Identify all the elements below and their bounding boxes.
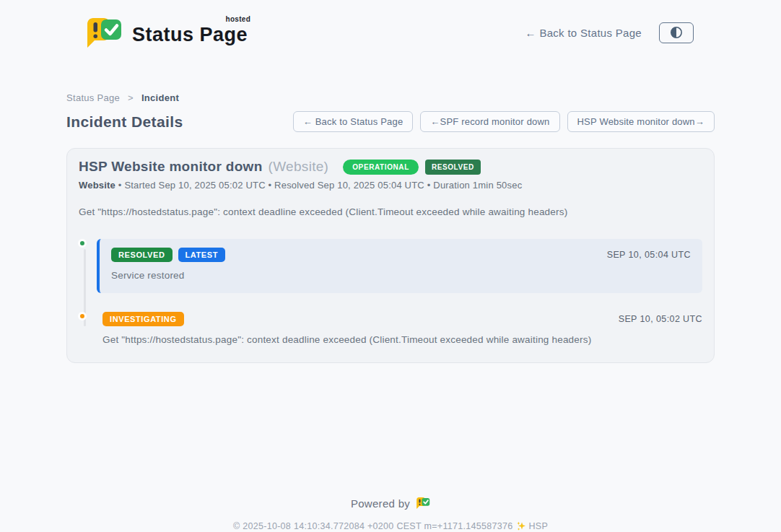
half-circle-icon	[670, 26, 683, 39]
main-content: Status Page > Incident Incident Details …	[66, 92, 715, 363]
operational-badge: OPERATIONAL	[343, 160, 419, 175]
incident-nav-buttons: ← Back to Status Page←SPF record monitor…	[293, 111, 715, 132]
header: hosted Status Page ← Back to Status Page	[0, 0, 781, 55]
incident-meta-details: • Started Sep 10, 2025 05:02 UTC • Resol…	[115, 180, 522, 191]
copyright-brand: HSP	[529, 521, 549, 531]
timeline-item-content: RESOLVEDLATEST SEP 10, 05:04 UTC Service…	[97, 239, 702, 293]
footer-logo-icon	[416, 497, 430, 510]
breadcrumb-incident: Incident	[141, 92, 179, 103]
sparkles-icon	[516, 521, 526, 531]
incident-description: Get "https://hostedstatus.page": context…	[79, 206, 702, 217]
investigating-badge: INVESTIGATING	[102, 312, 184, 326]
incident-status-badges: OPERATIONALRESOLVED	[343, 160, 481, 175]
next-incident-button[interactable]: HSP Website monitor down→	[567, 111, 715, 132]
status-page-logo-icon	[85, 17, 123, 49]
timeline-item-header: RESOLVEDLATEST SEP 10, 05:04 UTC	[111, 248, 691, 262]
timeline-message: Service restored	[111, 270, 691, 281]
breadcrumb-separator: >	[128, 92, 134, 103]
powered-by-label: Powered by	[351, 497, 410, 510]
copyright-text: © 2025-10-08 14:10:34.772084 +0200 CEST …	[233, 521, 513, 531]
incident-meta-component: Website	[79, 180, 115, 191]
incident-meta: Website • Started Sep 10, 2025 05:02 UTC…	[79, 180, 702, 191]
timeline-badges: INVESTIGATING	[102, 312, 184, 326]
prev-incident-button[interactable]: ←SPF record monitor down	[420, 111, 559, 132]
brand-text: hosted Status Page	[132, 19, 248, 46]
incident-title: HSP Website monitor down	[79, 159, 263, 175]
incident-component: (Website)	[269, 159, 329, 175]
timeline-dot-icon	[78, 239, 87, 248]
footer: Powered by © 2025-10-08 14:10:34.772084 …	[0, 497, 781, 531]
resolved-badge: RESOLVED	[425, 160, 481, 175]
timeline-message: Get "https://hostedstatus.page": context…	[102, 334, 702, 345]
page-title: Incident Details	[66, 113, 183, 131]
timeline-dot-icon	[78, 312, 87, 320]
timeline-item: INVESTIGATING SEP 10, 05:02 UTC Get "htt…	[79, 312, 702, 345]
latest-badge: LATEST	[178, 248, 226, 262]
brand-name: Status Page	[132, 24, 248, 45]
resolved-badge: RESOLVED	[111, 248, 173, 262]
logo[interactable]: hosted Status Page	[85, 17, 248, 49]
header-back-link[interactable]: ← Back to Status Page	[525, 27, 642, 39]
title-row: Incident Details ← Back to Status Page←S…	[66, 111, 715, 132]
back-to-status-page-button[interactable]: ← Back to Status Page	[293, 111, 414, 132]
timeline-timestamp: SEP 10, 05:02 UTC	[619, 314, 702, 324]
timeline-badges: RESOLVEDLATEST	[111, 248, 225, 262]
incident-card-header: HSP Website monitor down (Website) OPERA…	[79, 159, 702, 175]
powered-by: Powered by	[351, 497, 430, 510]
timeline-timestamp: SEP 10, 05:04 UTC	[607, 250, 691, 260]
copyright: © 2025-10-08 14:10:34.772084 +0200 CEST …	[0, 521, 781, 531]
timeline-item: RESOLVEDLATEST SEP 10, 05:04 UTC Service…	[79, 239, 702, 293]
theme-toggle-button[interactable]	[659, 22, 694, 43]
breadcrumb-status-page[interactable]: Status Page	[66, 92, 120, 103]
timeline: RESOLVEDLATEST SEP 10, 05:04 UTC Service…	[79, 239, 702, 345]
breadcrumb: Status Page > Incident	[66, 92, 715, 103]
timeline-item-header: INVESTIGATING SEP 10, 05:02 UTC	[102, 312, 702, 326]
incident-card: HSP Website monitor down (Website) OPERA…	[66, 148, 715, 363]
timeline-item-content: INVESTIGATING SEP 10, 05:02 UTC Get "htt…	[97, 312, 702, 345]
header-actions: ← Back to Status Page	[525, 22, 694, 43]
brand-superscript: hosted	[225, 15, 250, 23]
